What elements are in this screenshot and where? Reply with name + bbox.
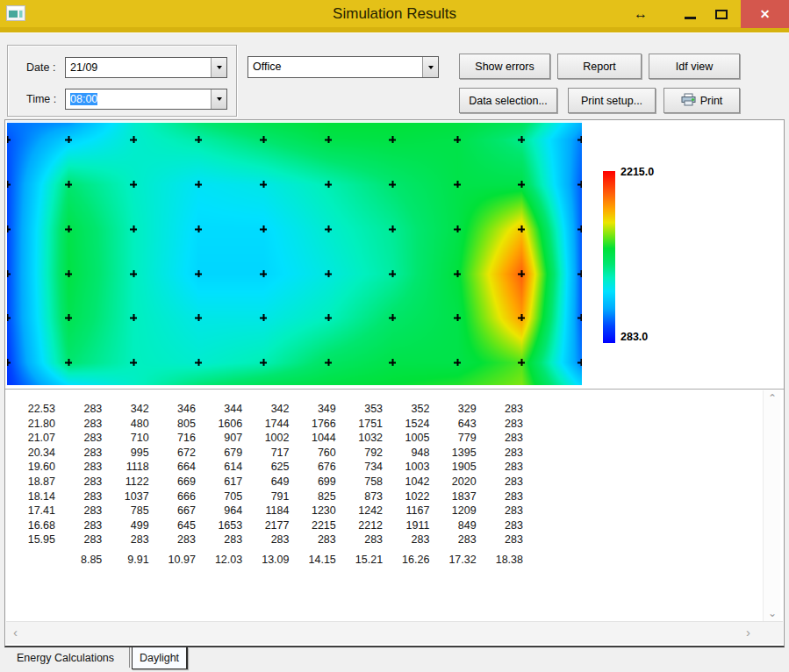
chevron-down-icon [428, 66, 434, 69]
date-dropdown-button[interactable] [211, 58, 226, 77]
colorbar-max-label: 2215.0 [620, 166, 654, 178]
idf-view-button[interactable]: Idf view [649, 54, 740, 79]
chevron-down-icon [217, 97, 222, 101]
horizontal-scrollbar[interactable]: ‹ › [6, 621, 783, 644]
data-selection-button[interactable]: Data selection... [459, 88, 557, 113]
results-panel: 2215.0 283.0 22.532833423463443423493533… [4, 119, 785, 647]
table-row: 15.95283283283283283283283283283283 [16, 533, 523, 547]
zone-dropdown-button[interactable] [422, 57, 438, 77]
toolbar: Date : 21/09 Time : 08:00 Office Show er… [0, 32, 789, 119]
x-axis-row: 8.859.9110.9712.0313.0914.1515.2116.2617… [16, 553, 523, 568]
minimize-button[interactable] [678, 0, 704, 28]
table-area: 22.5328334234634434234935335232928321.80… [5, 389, 784, 646]
chevron-right-icon[interactable]: › [746, 625, 750, 640]
table-row: 17.4128378566796411841230124211671209283 [16, 504, 523, 518]
chevron-left-icon[interactable]: ‹ [13, 625, 18, 640]
date-label: Date : [26, 61, 55, 74]
close-button[interactable]: ✕ [741, 0, 789, 28]
maximize-button[interactable] [707, 0, 735, 28]
report-button[interactable]: Report [557, 54, 642, 79]
print-button[interactable]: Print [663, 88, 740, 113]
printer-icon [681, 93, 696, 109]
chevron-up-icon[interactable]: ⌃ [764, 392, 781, 404]
time-combobox[interactable]: 08:00 [65, 89, 227, 110]
print-setup-button[interactable]: Print setup... [568, 88, 656, 113]
time-label: Time : [26, 93, 56, 105]
table-row: 21.072837107169071002104410321005779283 [16, 431, 523, 446]
maximize-icon [715, 10, 728, 19]
table-row: 16.6828349964516532177221522121911849283 [16, 518, 523, 533]
colorbar-min-label: 283.0 [620, 331, 648, 343]
heatmap-canvas [7, 121, 582, 385]
titlebar: Simulation Results ↔ ✕ [0, 0, 789, 32]
tab-daylight[interactable]: Daylight [132, 647, 188, 669]
chevron-down-icon [217, 66, 222, 69]
window-title: Simulation Results [0, 0, 789, 28]
minimize-icon [685, 17, 696, 19]
daylight-heatmap [7, 121, 582, 385]
zone-combobox[interactable]: Office [247, 56, 439, 78]
tab-energy-calculations[interactable]: Energy Calculations [2, 647, 130, 668]
table-row: 18.14283103766670579182587310221837283 [16, 490, 523, 504]
date-combobox[interactable]: 21/09 [65, 57, 227, 78]
tabbar: Energy Calculations Daylight [0, 647, 789, 672]
resize-icon[interactable]: ↔ [628, 0, 653, 28]
table-row: 20.342839956726797177607929481395283 [16, 446, 523, 461]
time-value: 08:00 [66, 89, 211, 109]
colorbar [603, 171, 615, 343]
table-row: 21.8028348080516061744176617511524643283 [16, 417, 523, 432]
table-row: 19.60283111866461462567673410031905283 [16, 460, 523, 475]
show-errors-button[interactable]: Show errors [459, 54, 550, 79]
vertical-scrollbar[interactable]: ⌃ ⌄ [763, 390, 780, 621]
time-dropdown-button[interactable] [211, 89, 226, 109]
chevron-down-icon[interactable]: ⌄ [764, 607, 781, 619]
results-table: 22.5328334234634434234935335232928321.80… [16, 402, 523, 568]
date-value: 21/09 [66, 58, 211, 77]
table-row: 22.53283342346344342349353352329283 [16, 402, 523, 417]
zone-value: Office [248, 57, 422, 77]
table-row: 18.87283112266961764969975810422020283 [16, 475, 523, 490]
